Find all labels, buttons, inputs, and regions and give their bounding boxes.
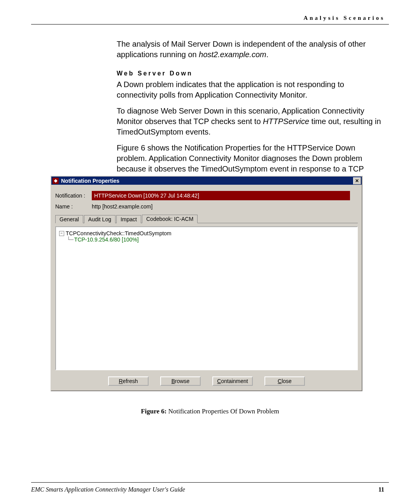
tab-impact[interactable]: Impact [116,215,141,223]
tree-child-label: TCP-10.9.254.6/80 [100%] [74,236,139,243]
header-rule [31,24,389,24]
name-field: Name : http [host2.example.com] [55,203,358,210]
tree-root-label: TCPConnectivityCheck::TimedOutSymptom [66,230,172,236]
section-header: Analysis Scenarios [303,15,385,21]
tree-child-row[interactable]: TCP-10.9.254.6/80 [100%] [67,236,354,243]
window-body: Notification : HTTPService Down [100% 27… [51,185,362,390]
browse-button[interactable]: Browse [160,376,201,386]
name-label: Name : [55,203,92,210]
tree-root-row[interactable]: − TCPConnectivityCheck::TimedOutSymptom [59,230,354,236]
paragraph-2: A Down problem indicates that the applic… [117,79,385,100]
notification-value[interactable]: HTTPService Down [100% 27 Jul 14:48:42] [92,191,350,200]
tab-codebook[interactable]: Codebook: IC-ACM [142,215,198,223]
paragraph-1: The analysis of Mail Server Down is inde… [117,39,385,60]
button-row: Refresh Browse Containment Close [55,373,358,388]
app-icon: ◆ [52,178,59,184]
figure-number: Figure 6: [141,408,166,415]
tab-audit-log[interactable]: Audit Log [84,215,116,223]
close-button[interactable]: Close [264,376,305,386]
figure-caption: Figure 6: Notification Properties Of Dow… [0,408,420,415]
window-title: Notification Properties [60,178,352,184]
titlebar[interactable]: ◆ Notification Properties ✕ [51,177,362,185]
notification-field: Notification : HTTPService Down [100% 27… [55,191,358,200]
text: . [266,50,269,59]
refresh-button[interactable]: Refresh [108,376,149,386]
tree-collapse-icon[interactable]: − [59,231,64,236]
subsection-heading: Web Server Down [117,69,385,78]
service-name: HTTPService [263,117,309,126]
paragraph-3: To diagnose Web Server Down in this scen… [117,106,385,137]
notification-label: Notification : [55,192,92,199]
close-icon[interactable]: ✕ [353,177,361,184]
hostname: host2.example.com [199,50,266,59]
body-text: The analysis of Mail Server Down is inde… [117,39,385,190]
containment-button[interactable]: Containment [212,376,253,386]
name-value: http [host2.example.com] [92,203,152,210]
tab-general[interactable]: General [55,215,83,223]
notification-properties-window: ◆ Notification Properties ✕ Notification… [51,176,362,391]
page: Analysis Scenarios The analysis of Mail … [0,0,420,504]
page-number: 11 [378,486,384,493]
figure-title: Notification Properties Of Down Problem [166,408,279,415]
codebook-tree[interactable]: − TCPConnectivityCheck::TimedOutSymptom … [55,226,358,370]
footer-rule [31,482,389,483]
tab-bar: General Audit Log Impact Codebook: IC-AC… [55,214,358,223]
footer-title: EMC Smarts Application Connectivity Mana… [31,486,185,493]
